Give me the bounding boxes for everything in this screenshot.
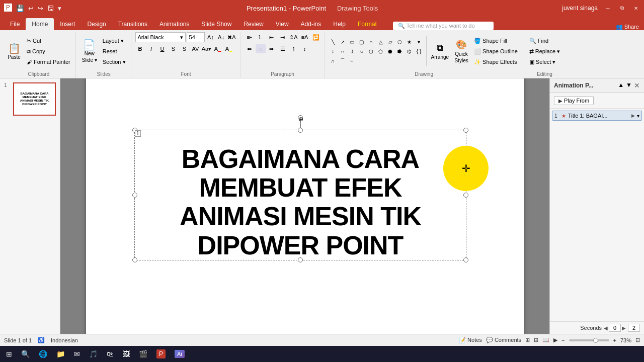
slide-title[interactable]: BAGAIMANA CARAMEMBUAT EFEKANIMASI MESIN …	[134, 145, 466, 260]
columns-btn[interactable]: ⫿	[289, 44, 299, 53]
comments-btn[interactable]: 💬 Comments	[486, 337, 521, 343]
justify-btn[interactable]: ☰	[278, 44, 288, 53]
tab-review[interactable]: Review	[237, 18, 269, 30]
taskbar-start[interactable]: ⊞	[2, 347, 16, 361]
shape-hex[interactable]: ⬡	[395, 37, 405, 46]
taskbar-video[interactable]: 🎬	[135, 347, 151, 361]
taskbar-music[interactable]: 🎵	[85, 347, 102, 361]
reading-view-btn[interactable]: 📖	[542, 337, 549, 343]
shape-arrow[interactable]: ↗	[338, 37, 347, 46]
paste-btn[interactable]: 📋 Paste	[5, 37, 23, 65]
shape2-7[interactable]: ⬟	[386, 47, 395, 56]
seconds-next-btn[interactable]: ▶	[622, 325, 626, 331]
italic-btn[interactable]: I	[146, 44, 156, 53]
font-size-input[interactable]: 54	[187, 32, 205, 42]
taskbar-files[interactable]: 📁	[52, 347, 69, 361]
format-painter-btn[interactable]: 🖌 Format Painter	[25, 57, 72, 67]
shape-rect[interactable]: ▭	[348, 37, 357, 46]
find-btn[interactable]: 🔍 Find	[527, 36, 562, 46]
cut-btn[interactable]: ✂ Cut	[25, 36, 72, 46]
print-qa-btn[interactable]: 🖫	[46, 4, 55, 13]
shape-line[interactable]: ╲	[329, 37, 338, 46]
taskbar-photos[interactable]: 🖼	[119, 347, 134, 361]
shape2-1[interactable]: ↕	[329, 47, 338, 56]
tab-view[interactable]: View	[270, 18, 295, 30]
tab-transitions[interactable]: Transitions	[112, 18, 153, 30]
slide-thumbnail[interactable]: BAGAIMANA CARA MEMBUAT EFEK ANIMASI MESI…	[13, 82, 56, 116]
more-qa-btn[interactable]: ▾	[57, 4, 62, 13]
undo-qa-btn[interactable]: ↩	[27, 4, 35, 13]
notes-btn[interactable]: 📝 Notes	[459, 337, 482, 343]
taskbar-ai[interactable]: Ai	[171, 347, 189, 361]
taskbar-browser[interactable]: 🌐	[35, 347, 51, 361]
linespacing-btn[interactable]: ↕	[300, 44, 310, 53]
underline-btn[interactable]: U	[157, 44, 168, 53]
tell-me-search[interactable]: 🔍 Tell me what you want to do	[393, 22, 494, 30]
rotate-handle[interactable]: ⊕	[298, 115, 303, 120]
font-name-input[interactable]: Arial Black ▾	[135, 32, 186, 42]
tab-animations[interactable]: Animations	[153, 18, 195, 30]
redo-qa-btn[interactable]: ↪	[37, 4, 44, 13]
zoom-slider[interactable]	[569, 339, 609, 341]
strikethrough-btn[interactable]: S	[169, 44, 179, 53]
slide-sorter-btn[interactable]: ⊞	[534, 337, 538, 343]
zoom-out-btn[interactable]: −	[561, 337, 565, 343]
replace-btn[interactable]: ⇄ Replace ▾	[527, 46, 562, 56]
section-btn[interactable]: Section ▾	[101, 57, 128, 67]
taskbar-search[interactable]: 🔍	[17, 347, 34, 361]
shape2-3[interactable]: ⤸	[348, 47, 357, 56]
textshadow-btn[interactable]: S	[180, 44, 190, 53]
shape2-10[interactable]: { }	[415, 47, 424, 56]
normal-view-btn[interactable]: ⊞	[525, 337, 530, 343]
shape-circle[interactable]: ○	[367, 37, 376, 46]
shape-star[interactable]: ★	[405, 37, 414, 46]
shape2-5[interactable]: ⬡	[367, 47, 376, 56]
more-shapes-btn[interactable]: ▾	[415, 37, 424, 46]
tab-design[interactable]: Design	[81, 18, 112, 30]
shape2-9[interactable]: ⌬	[405, 47, 414, 56]
highlight-btn[interactable]: A_	[224, 44, 234, 53]
clear-format-btn[interactable]: ✖A	[227, 33, 237, 42]
font-decrease-btn[interactable]: A↓	[216, 33, 226, 42]
taskbar-mail[interactable]: ✉	[70, 347, 84, 361]
shape3-3[interactable]: ⌣	[348, 56, 357, 65]
share-btn[interactable]: 👥 Share	[611, 24, 644, 30]
shape3-2[interactable]: ⌒	[338, 56, 347, 65]
copy-btn[interactable]: ⧉ Copy	[25, 46, 72, 56]
reset-btn[interactable]: Reset	[101, 46, 128, 56]
tab-slideshow[interactable]: Slide Show	[195, 18, 237, 30]
increase-indent-btn[interactable]: ⇥	[278, 33, 288, 42]
bold-btn[interactable]: B	[135, 44, 145, 53]
animation-item[interactable]: 1 ★ Title 1: BAGAI... ▶ ▾	[552, 111, 642, 121]
tab-addins[interactable]: Add-ins	[295, 18, 328, 30]
align-center-btn[interactable]: ≡	[256, 44, 266, 53]
fontcolor-btn[interactable]: A_	[213, 44, 223, 53]
restore-btn[interactable]: ⧉	[618, 4, 626, 12]
shape-tri[interactable]: △	[376, 37, 385, 46]
fit-slide-btn[interactable]: ⊡	[635, 337, 640, 343]
anim-expand-up[interactable]: ▲	[618, 81, 624, 89]
shape-para[interactable]: ▱	[386, 37, 395, 46]
minimize-btn[interactable]: ─	[604, 4, 612, 12]
anim-expand-down[interactable]: ▼	[626, 81, 632, 89]
save-qa-btn[interactable]: 💾	[15, 4, 25, 13]
arrange-btn[interactable]: ⧉ Arrange	[429, 37, 451, 65]
shape2-8[interactable]: ⭓	[395, 47, 405, 56]
anim-item-play[interactable]: ▶	[631, 113, 635, 118]
tab-insert[interactable]: Insert	[54, 18, 81, 30]
tab-home[interactable]: Home	[26, 18, 54, 30]
shape3-1[interactable]: ∩	[329, 56, 338, 65]
quick-styles-btn[interactable]: 🎨 Quick Styles	[452, 37, 470, 65]
shape-fill-btn[interactable]: 🪣 Shape Fill	[472, 36, 520, 46]
slideshow-btn[interactable]: ▶	[553, 337, 557, 343]
select-btn[interactable]: ▣ Select ▾	[527, 57, 562, 67]
seconds-input[interactable]: 0	[609, 324, 621, 332]
font-increase-btn[interactable]: A↑	[206, 33, 216, 42]
shape2-4[interactable]: ⤿	[357, 47, 366, 56]
textdirection-btn[interactable]: ⇕A	[289, 33, 299, 42]
taskbar-powerpoint[interactable]: P	[152, 347, 170, 361]
zoom-in-btn[interactable]: +	[613, 337, 616, 343]
tab-format[interactable]: Format	[352, 18, 383, 30]
anim-item-dropdown[interactable]: ▾	[637, 113, 639, 119]
layout-btn[interactable]: Layout ▾	[101, 36, 128, 46]
